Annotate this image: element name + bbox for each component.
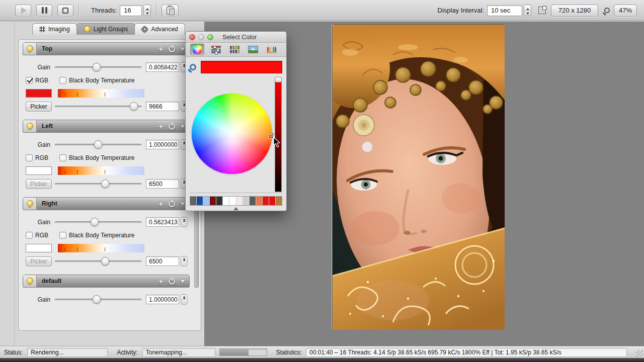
blackbody-gradient[interactable] <box>58 89 144 98</box>
gain-slider[interactable] <box>55 140 141 150</box>
color-swatch[interactable] <box>197 197 203 205</box>
add-icon[interactable]: + <box>158 123 163 130</box>
render-resume-button[interactable] <box>15 5 31 17</box>
swatch-tray <box>190 193 282 206</box>
header-tile <box>23 198 37 210</box>
gain-slider[interactable] <box>55 217 141 227</box>
dialog-titlebar[interactable]: Select Color <box>186 32 286 43</box>
threads-stepper[interactable] <box>143 5 151 16</box>
power-icon[interactable] <box>169 46 175 52</box>
temperature-stepper[interactable] <box>181 256 188 266</box>
threads-input[interactable]: 16 <box>120 5 142 16</box>
color-selection-marker[interactable] <box>269 135 273 138</box>
resolution-button[interactable]: 362 x 644 <box>551 5 598 17</box>
color-swatch[interactable] <box>256 197 263 205</box>
temperature-slider[interactable] <box>55 102 141 112</box>
color-swatch[interactable] <box>26 89 52 98</box>
render-pause-button[interactable] <box>36 5 52 17</box>
light-group-header[interactable]: default + <box>23 275 190 288</box>
color-swatch[interactable] <box>229 197 236 205</box>
temperature-slider[interactable] <box>55 179 141 189</box>
gain-value-field[interactable]: 0.5623413 <box>146 217 179 227</box>
rendered-image <box>332 24 504 329</box>
color-swatch[interactable] <box>26 244 52 252</box>
color-swatch[interactable] <box>236 197 243 205</box>
bbt-checkbox[interactable] <box>59 77 66 84</box>
rgb-checkbox[interactable] <box>26 77 33 84</box>
add-icon[interactable]: + <box>158 46 163 52</box>
pause-icon <box>42 7 47 14</box>
picker-button[interactable]: Picker <box>26 102 52 112</box>
light-group-header[interactable]: Top + <box>23 42 190 55</box>
bbt-checkbox[interactable] <box>59 232 66 239</box>
status-bar: Status: Rendering... Activity: Tonemappi… <box>0 346 644 358</box>
gain-value-field[interactable]: 1.0000000 <box>146 295 179 304</box>
palette-mode-button[interactable] <box>227 44 242 55</box>
rgb-checkbox[interactable] <box>26 154 33 161</box>
bbt-checkbox[interactable] <box>59 154 66 161</box>
zoom-level-button[interactable]: 47% <box>614 5 637 17</box>
tray-resize-handle[interactable] <box>233 205 238 210</box>
chevron-down-icon[interactable] <box>181 48 185 53</box>
color-swatch[interactable] <box>243 197 250 205</box>
brightness-slider[interactable] <box>275 77 282 192</box>
gain-slider[interactable] <box>55 62 141 72</box>
light-group-header[interactable]: Right + <box>23 197 190 210</box>
color-swatch[interactable] <box>263 197 269 205</box>
gain-value-field[interactable]: 1.0000000 <box>146 140 179 149</box>
window-resize-grip[interactable] <box>636 350 643 357</box>
blackbody-gradient[interactable] <box>58 166 144 175</box>
sliders-mode-button[interactable] <box>209 44 223 55</box>
image-mode-button[interactable] <box>246 44 260 55</box>
close-icon[interactable] <box>189 34 195 40</box>
power-icon[interactable] <box>169 201 175 207</box>
minimize-icon[interactable] <box>198 34 204 40</box>
color-swatch[interactable] <box>276 197 282 205</box>
crayons-mode-button[interactable] <box>265 44 279 55</box>
display-interval-input[interactable]: 10 sec <box>487 5 522 16</box>
tab-imaging[interactable]: Imaging <box>32 23 77 35</box>
color-wheel[interactable] <box>192 94 272 174</box>
gain-stepper[interactable] <box>181 294 188 305</box>
power-icon[interactable] <box>169 123 175 130</box>
power-icon[interactable] <box>169 278 175 285</box>
progress-bar <box>219 348 267 356</box>
picker-button[interactable]: Picker <box>26 179 52 189</box>
brightness-slider-thumb[interactable] <box>275 77 282 82</box>
render-stop-button[interactable] <box>57 5 73 17</box>
color-swatch[interactable] <box>26 166 52 175</box>
chevron-down-icon[interactable] <box>181 280 185 285</box>
temperature-slider[interactable] <box>55 256 141 266</box>
picker-button[interactable]: Picker <box>26 256 52 266</box>
tab-light-groups[interactable]: Light Groups <box>76 23 135 35</box>
add-icon[interactable]: + <box>158 201 163 207</box>
gain-slider[interactable] <box>55 295 141 305</box>
color-swatch[interactable] <box>216 197 223 205</box>
copy-to-clipboard-button[interactable] <box>162 5 179 17</box>
color-swatch[interactable] <box>223 197 229 205</box>
rgb-checkbox[interactable] <box>26 232 33 239</box>
slider-tick <box>272 132 277 136</box>
statistics-value: 00:01:40 – 16 Threads: 4.14 S/p 38.65 kS… <box>306 348 627 357</box>
color-swatch[interactable] <box>203 197 210 205</box>
color-wheel-mode-button[interactable] <box>190 44 204 55</box>
display-interval-stepper[interactable] <box>524 5 531 16</box>
color-swatch[interactable] <box>250 197 256 205</box>
light-group-header[interactable]: Left + <box>23 120 190 133</box>
blackbody-gradient[interactable] <box>58 244 144 252</box>
magnifier-icon[interactable] <box>190 64 196 70</box>
color-swatch[interactable] <box>190 197 197 205</box>
color-swatch[interactable] <box>269 197 276 205</box>
temperature-value-field[interactable]: 9666 <box>146 102 179 111</box>
tab-advanced[interactable]: Advanced <box>134 23 185 35</box>
zoom-window-icon[interactable] <box>207 34 213 40</box>
temperature-value-field[interactable]: 6500 <box>146 179 179 189</box>
chevron-down-icon[interactable] <box>181 203 185 208</box>
temperature-value-field[interactable]: 6500 <box>146 256 179 266</box>
add-icon[interactable]: + <box>158 278 163 285</box>
gain-value-field[interactable]: 0.8058422 <box>146 62 179 72</box>
side-panel: Imaging Light Groups Advanced Top + <box>0 22 204 346</box>
chevron-down-icon[interactable] <box>181 125 185 130</box>
gain-stepper[interactable] <box>181 217 188 227</box>
color-swatch[interactable] <box>210 197 216 205</box>
